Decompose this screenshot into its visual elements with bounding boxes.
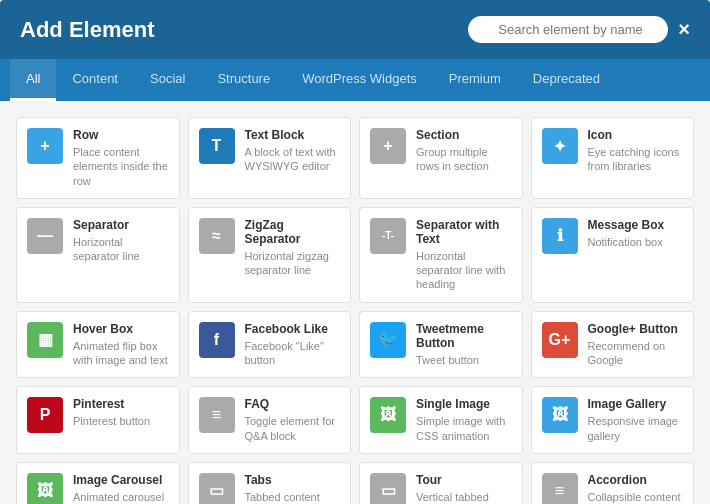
pinterest-desc: Pinterest button [73, 414, 169, 428]
element-card-image-gallery[interactable]: 🖼Image GalleryResponsive image gallery [531, 386, 695, 454]
text-block-desc: A block of text with WYSIWYG editor [245, 145, 341, 174]
hover-box-text: Hover BoxAnimated flip box with image an… [73, 322, 169, 368]
element-card-pinterest[interactable]: PPinterestPinterest button [16, 386, 180, 454]
row-text: RowPlace content elements inside the row [73, 128, 169, 188]
image-gallery-desc: Responsive image gallery [588, 414, 684, 443]
element-card-text-block[interactable]: TText BlockA block of text with WYSIWYG … [188, 117, 352, 199]
image-carousel-text: Image CarouselAnimated carousel with ima… [73, 473, 169, 504]
modal-header: Add Element × [0, 0, 710, 59]
tour-desc: Vertical tabbed content [416, 490, 512, 504]
tour-icon: ▭ [370, 473, 406, 504]
section-icon: + [370, 128, 406, 164]
google-plus-desc: Recommend on Google [588, 339, 684, 368]
add-element-modal: Add Element × AllContentSocialStructureW… [0, 0, 710, 504]
faq-text: FAQToggle element for Q&A block [245, 397, 341, 443]
tour-text: TourVertical tabbed content [416, 473, 512, 504]
image-gallery-name: Image Gallery [588, 397, 684, 411]
element-card-zigzag-separator[interactable]: ≈ZigZag SeparatorHorizontal zigzag separ… [188, 207, 352, 303]
zigzag-separator-name: ZigZag Separator [245, 218, 341, 246]
accordion-desc: Collapsible content panels [588, 490, 684, 504]
modal-title: Add Element [20, 17, 154, 43]
element-card-hover-box[interactable]: ▦Hover BoxAnimated flip box with image a… [16, 311, 180, 379]
hover-box-desc: Animated flip box with image and text [73, 339, 169, 368]
element-card-google-plus[interactable]: G+Google+ ButtonRecommend on Google [531, 311, 695, 379]
tab-structure[interactable]: Structure [201, 59, 286, 101]
text-block-name: Text Block [245, 128, 341, 142]
tour-name: Tour [416, 473, 512, 487]
text-block-text: Text BlockA block of text with WYSIWYG e… [245, 128, 341, 174]
element-card-image-carousel[interactable]: 🖼Image CarouselAnimated carousel with im… [16, 462, 180, 504]
elements-grid: +RowPlace content elements inside the ro… [16, 117, 694, 504]
separator-desc: Horizontal separator line [73, 235, 169, 264]
element-card-facebook-like[interactable]: fFacebook LikeFacebook "Like" button [188, 311, 352, 379]
tab-all[interactable]: All [10, 59, 56, 101]
message-box-name: Message Box [588, 218, 684, 232]
tweetmeme-icon: 🐦 [370, 322, 406, 358]
zigzag-separator-icon: ≈ [199, 218, 235, 254]
section-text: SectionGroup multiple rows in section [416, 128, 512, 174]
pinterest-icon: P [27, 397, 63, 433]
tab-bar: AllContentSocialStructureWordPress Widge… [0, 59, 710, 101]
accordion-name: Accordion [588, 473, 684, 487]
element-card-faq[interactable]: ≡FAQToggle element for Q&A block [188, 386, 352, 454]
facebook-like-text: Facebook LikeFacebook "Like" button [245, 322, 341, 368]
single-image-desc: Simple image with CSS animation [416, 414, 512, 443]
message-box-text: Message BoxNotification box [588, 218, 684, 249]
zigzag-separator-text: ZigZag SeparatorHorizontal zigzag separa… [245, 218, 341, 278]
element-card-message-box[interactable]: ℹMessage BoxNotification box [531, 207, 695, 303]
google-plus-icon: G+ [542, 322, 578, 358]
separator-icon: — [27, 218, 63, 254]
single-image-name: Single Image [416, 397, 512, 411]
image-gallery-icon: 🖼 [542, 397, 578, 433]
single-image-icon: 🖼 [370, 397, 406, 433]
element-card-single-image[interactable]: 🖼Single ImageSimple image with CSS anima… [359, 386, 523, 454]
tab-deprecated[interactable]: Deprecated [517, 59, 616, 101]
element-card-row[interactable]: +RowPlace content elements inside the ro… [16, 117, 180, 199]
icon-desc: Eye catching icons from libraries [588, 145, 684, 174]
tabs-text: TabsTabbed content [245, 473, 341, 504]
single-image-text: Single ImageSimple image with CSS animat… [416, 397, 512, 443]
hover-box-name: Hover Box [73, 322, 169, 336]
row-desc: Place content elements inside the row [73, 145, 169, 188]
element-card-icon[interactable]: ✦IconEye catching icons from libraries [531, 117, 695, 199]
faq-desc: Toggle element for Q&A block [245, 414, 341, 443]
tabs-desc: Tabbed content [245, 490, 341, 504]
element-card-accordion[interactable]: ≡AccordionCollapsible content panels [531, 462, 695, 504]
text-block-icon: T [199, 128, 235, 164]
element-card-section[interactable]: +SectionGroup multiple rows in section [359, 117, 523, 199]
row-name: Row [73, 128, 169, 142]
tab-wordpress-widgets[interactable]: WordPress Widgets [286, 59, 433, 101]
separator-text-icon: -T- [370, 218, 406, 254]
row-icon: + [27, 128, 63, 164]
google-plus-name: Google+ Button [588, 322, 684, 336]
search-wrapper [468, 16, 668, 43]
tab-premium[interactable]: Premium [433, 59, 517, 101]
tab-social[interactable]: Social [134, 59, 201, 101]
image-carousel-icon: 🖼 [27, 473, 63, 504]
message-box-icon: ℹ [542, 218, 578, 254]
element-card-tweetmeme[interactable]: 🐦Tweetmeme ButtonTweet button [359, 311, 523, 379]
tabs-icon: ▭ [199, 473, 235, 504]
element-card-tour[interactable]: ▭TourVertical tabbed content [359, 462, 523, 504]
element-card-separator[interactable]: —SeparatorHorizontal separator line [16, 207, 180, 303]
separator-name: Separator [73, 218, 169, 232]
facebook-like-icon: f [199, 322, 235, 358]
pinterest-text: PinterestPinterest button [73, 397, 169, 428]
tabs-name: Tabs [245, 473, 341, 487]
element-card-tabs[interactable]: ▭TabsTabbed content [188, 462, 352, 504]
search-input[interactable] [468, 16, 668, 43]
facebook-like-name: Facebook Like [245, 322, 341, 336]
close-button[interactable]: × [678, 18, 690, 41]
tab-content[interactable]: Content [56, 59, 134, 101]
message-box-desc: Notification box [588, 235, 684, 249]
tweetmeme-desc: Tweet button [416, 353, 512, 367]
separator-text: SeparatorHorizontal separator line [73, 218, 169, 264]
image-carousel-desc: Animated carousel with images [73, 490, 169, 504]
section-name: Section [416, 128, 512, 142]
icon-icon: ✦ [542, 128, 578, 164]
google-plus-text: Google+ ButtonRecommend on Google [588, 322, 684, 368]
elements-content: +RowPlace content elements inside the ro… [0, 101, 710, 504]
tweetmeme-text: Tweetmeme ButtonTweet button [416, 322, 512, 367]
element-card-separator-text[interactable]: -T-Separator with TextHorizontal separat… [359, 207, 523, 303]
separator-text-name: Separator with Text [416, 218, 512, 246]
